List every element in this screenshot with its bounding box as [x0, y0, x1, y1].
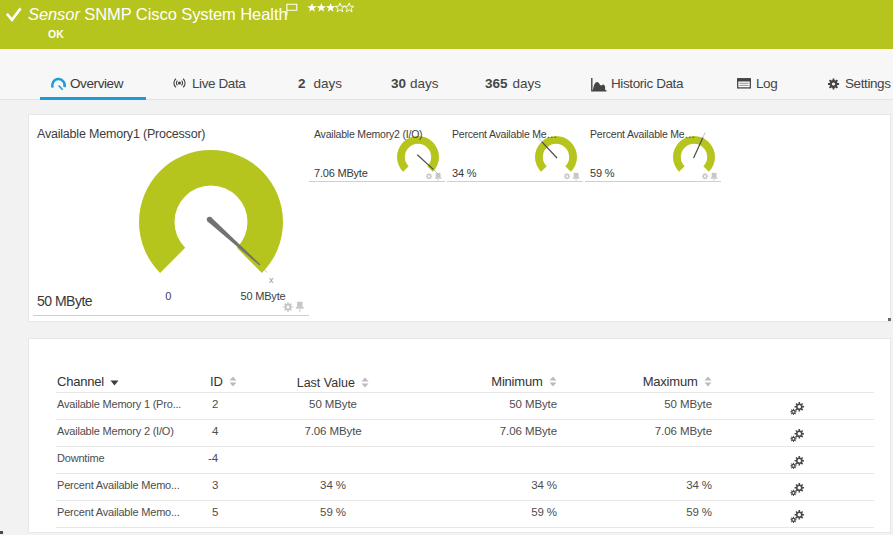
svg-text:x: x	[269, 275, 274, 285]
svg-text:0: 0	[165, 290, 171, 302]
svg-text:50 MByte: 50 MByte	[241, 290, 286, 302]
